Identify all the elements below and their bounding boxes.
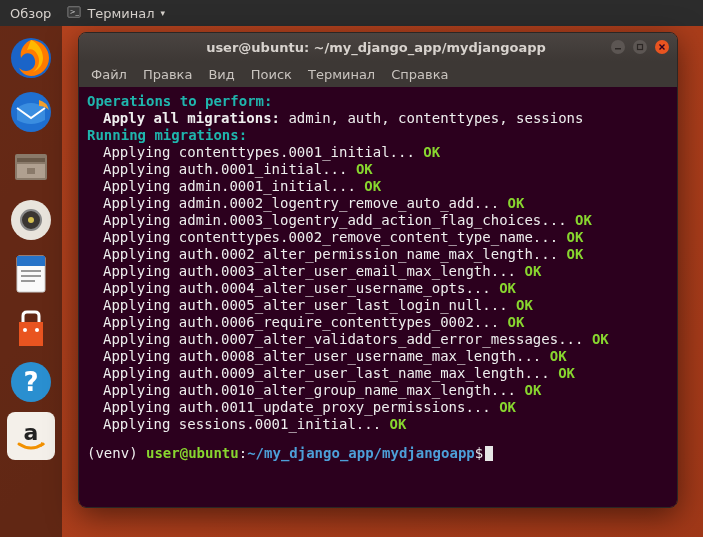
amazon-icon[interactable]: a (7, 412, 55, 460)
terminal-topbar-icon: >_ (67, 5, 81, 22)
svg-rect-14 (21, 275, 41, 277)
migration-line: Applying auth.0010_alter_group_name_max_… (87, 382, 669, 399)
menu-view[interactable]: Вид (208, 67, 234, 82)
migration-line: Applying contenttypes.0002_remove_conten… (87, 229, 669, 246)
svg-rect-7 (27, 168, 35, 174)
svg-rect-13 (21, 270, 41, 272)
migration-line: Applying auth.0005_alter_user_last_login… (87, 297, 669, 314)
svg-rect-21 (615, 48, 621, 50)
window-titlebar[interactable]: user@ubuntu: ~/my_django_app/mydjangoapp (79, 33, 677, 61)
help-icon[interactable]: ? (7, 358, 55, 406)
migration-line: Applying auth.0004_alter_user_username_o… (87, 280, 669, 297)
migration-line: Applying auth.0009_alter_user_last_name_… (87, 365, 669, 382)
migration-line: Applying contenttypes.0001_initial... OK (87, 144, 669, 161)
thunderbird-icon[interactable] (7, 88, 55, 136)
migration-line: Applying auth.0011_update_proxy_permissi… (87, 399, 669, 416)
menu-edit[interactable]: Правка (143, 67, 192, 82)
activities-label: Обзор (10, 6, 51, 21)
running-header: Running migrations: (87, 127, 247, 143)
migration-line: Applying auth.0003_alter_user_email_max_… (87, 263, 669, 280)
migration-line: Applying auth.0001_initial... OK (87, 161, 669, 178)
prompt-dollar: $ (475, 445, 483, 461)
minimize-button[interactable] (611, 40, 625, 54)
migration-line: Applying sessions.0001_initial... OK (87, 416, 669, 433)
migration-line: Applying auth.0006_require_contenttypes_… (87, 314, 669, 331)
svg-text:?: ? (23, 367, 38, 397)
migration-line: Applying admin.0003_logentry_add_action_… (87, 212, 669, 229)
operations-header: Operations to perform: (87, 93, 272, 109)
menu-file[interactable]: Файл (91, 67, 127, 82)
svg-point-10 (28, 217, 34, 223)
terminal-cursor (485, 446, 493, 461)
prompt-venv: (venv) (87, 445, 146, 461)
svg-rect-5 (17, 158, 45, 162)
files-icon[interactable] (7, 142, 55, 190)
migration-line: Applying admin.0002_logentry_remove_auto… (87, 195, 669, 212)
window-title: user@ubuntu: ~/my_django_app/mydjangoapp (141, 40, 611, 55)
terminal-window: user@ubuntu: ~/my_django_app/mydjangoapp… (78, 32, 678, 508)
close-button[interactable] (655, 40, 669, 54)
terminal-body[interactable]: Operations to perform: Apply all migrati… (79, 87, 677, 507)
firefox-icon[interactable] (7, 34, 55, 82)
prompt-colon: : (239, 445, 247, 461)
svg-text:>_: >_ (70, 7, 80, 15)
migration-line: Applying auth.0008_alter_user_username_m… (87, 348, 669, 365)
svg-text:a: a (24, 420, 39, 445)
svg-rect-22 (638, 45, 643, 50)
launcher-dock: ? a (0, 26, 62, 537)
prompt-user: user@ubuntu (146, 445, 239, 461)
terminal-menubar: Файл Правка Вид Поиск Терминал Справка (79, 61, 677, 87)
prompt-line: (venv) user@ubuntu:~/my_django_app/mydja… (87, 445, 669, 462)
svg-rect-15 (21, 280, 35, 282)
apply-targets: admin, auth, contenttypes, sessions (280, 110, 583, 126)
migration-line: Applying admin.0001_initial... OK (87, 178, 669, 195)
svg-point-17 (35, 328, 39, 332)
menu-terminal[interactable]: Терминал (308, 67, 375, 82)
activities-button[interactable]: Обзор (10, 6, 51, 21)
menu-help[interactable]: Справка (391, 67, 448, 82)
prompt-path: ~/my_django_app/mydjangoapp (247, 445, 475, 461)
gnome-topbar: Обзор >_ Терминал ▾ (0, 0, 703, 26)
app-menu[interactable]: >_ Терминал ▾ (67, 5, 165, 22)
software-icon[interactable] (7, 304, 55, 352)
writer-icon[interactable] (7, 250, 55, 298)
menu-search[interactable]: Поиск (251, 67, 292, 82)
apply-label: Apply all migrations: (103, 110, 280, 126)
migration-line: Applying auth.0007_alter_validators_add_… (87, 331, 669, 348)
migration-line: Applying auth.0002_alter_permission_name… (87, 246, 669, 263)
app-menu-label: Терминал (87, 6, 154, 21)
chevron-down-icon: ▾ (161, 8, 166, 18)
maximize-button[interactable] (633, 40, 647, 54)
svg-point-16 (23, 328, 27, 332)
svg-rect-12 (17, 256, 45, 266)
rhythmbox-icon[interactable] (7, 196, 55, 244)
